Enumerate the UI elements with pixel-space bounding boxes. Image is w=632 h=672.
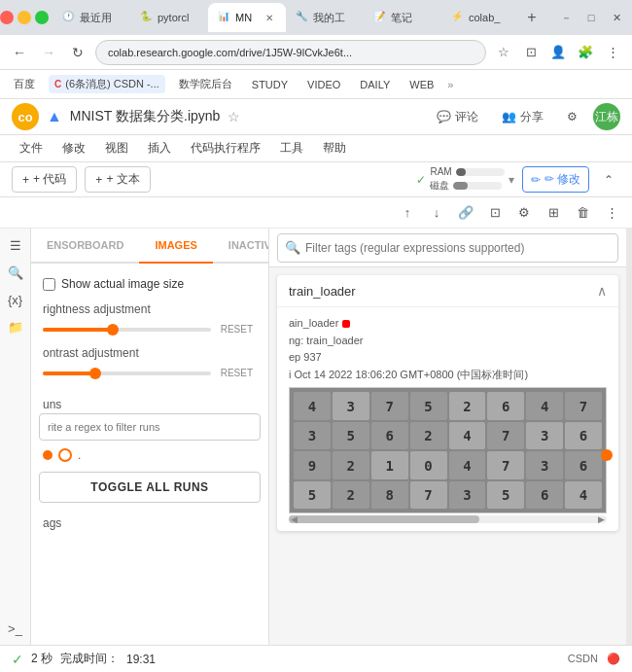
pencil-icon: ✏ (531, 173, 541, 187)
tab-mywork[interactable]: 🔧 我的工 (286, 3, 364, 32)
tab-mn[interactable]: 📊 MN ✕ (208, 3, 286, 32)
cell-output-button[interactable]: ⊞ (541, 200, 566, 226)
refresh-button[interactable]: ↻ (66, 41, 89, 64)
digit-cell: 6 (565, 422, 602, 450)
runs-filter-input[interactable] (39, 413, 261, 441)
tb-nav-images[interactable]: IMAGES (139, 229, 212, 264)
comment-button[interactable]: 💬 评论 (429, 105, 486, 129)
menu-file[interactable]: 文件 (12, 138, 51, 159)
brightness-slider[interactable] (43, 328, 211, 332)
scroll-right-arrow[interactable]: ▶ (598, 514, 605, 524)
sidebar-icon-search[interactable]: 🔍 (5, 262, 26, 283)
menu-help[interactable]: 帮助 (315, 138, 354, 159)
tab-recent-label: 最近用 (80, 11, 121, 25)
window-minimize-button[interactable] (18, 11, 31, 24)
mnist-image: 43752647356247369210473652873564 (289, 387, 607, 513)
notebook-title: MNIST 数据集分类.ipynb (70, 108, 221, 125)
filter-tags-input[interactable] (277, 233, 618, 263)
extensions-icon[interactable]: 🧩 (574, 41, 597, 64)
bookmark-video[interactable]: VIDEO (301, 77, 346, 92)
contrast-slider[interactable] (43, 371, 211, 375)
bookmark-study-label: STUDY (252, 79, 288, 90)
bookmark-math[interactable]: 数学院后台 (173, 75, 238, 93)
bookmark-csdn[interactable]: C (6条消息) CSDN -... (49, 75, 165, 93)
edit-button[interactable]: ✏ ✏ 修改 (522, 166, 589, 193)
image-orange-handle[interactable] (601, 449, 613, 461)
tb-nav-inactive[interactable]: INACTIVE (213, 229, 269, 264)
menu-tools[interactable]: 工具 (272, 138, 311, 159)
image-scrollbar[interactable]: ◀ ▶ (289, 515, 607, 523)
bookmark-baidu[interactable]: 百度 (8, 75, 41, 93)
add-text-button[interactable]: + + 文本 (85, 166, 150, 193)
show-actual-size-checkbox[interactable] (43, 278, 55, 291)
tab-mn-close-button[interactable]: ✕ (263, 11, 276, 24)
forward-button[interactable]: → (37, 41, 60, 64)
browser-tabs-bar: 🕐 最近用 🐍 pytorcl 📊 MN ✕ 🔧 我的工 📝 笔记 ⚡ cola… (0, 0, 632, 35)
ram-area: ✓ RAM 磁盘 ▾ (416, 166, 513, 193)
window-min-button[interactable]: － (554, 6, 578, 29)
digit-cell: 4 (526, 392, 563, 420)
tb-main-toolbar: 🔍 (269, 229, 626, 267)
contrast-thumb[interactable] (89, 368, 101, 379)
tab-colab[interactable]: ⚡ colab_ (441, 3, 519, 32)
notebook-header: co ▲ MNIST 数据集分类.ipynb ☆ 💬 评论 👥 分享 ⚙ 江栋 (0, 99, 632, 135)
cell-copy-button[interactable]: ⊡ (482, 200, 508, 226)
collapse-sidebar-button[interactable]: ⌃ (597, 168, 620, 192)
status-right-label: CSDN (568, 653, 598, 664)
add-code-button[interactable]: + + 代码 (12, 166, 77, 193)
toggle-all-runs-button[interactable]: TOGGLE ALL RUNS (39, 472, 261, 503)
bookmark-csdn-favicon: C (54, 79, 61, 89)
resize-handle[interactable] (626, 229, 632, 645)
address-input[interactable] (95, 40, 486, 65)
window-restore-button[interactable]: □ (579, 6, 603, 29)
cast-icon[interactable]: ⊡ (519, 41, 543, 64)
settings-button[interactable]: ⚙ (559, 106, 585, 127)
sidebar-icon-code[interactable]: {x} (5, 289, 26, 310)
share-button[interactable]: 👥 分享 (494, 105, 551, 129)
user-avatar[interactable]: 江栋 (593, 103, 620, 130)
cell-more-button[interactable]: ⋮ (599, 200, 624, 226)
back-button[interactable]: ← (8, 41, 31, 64)
cell-up-button[interactable]: ↑ (395, 200, 420, 226)
menu-edit[interactable]: 修改 (54, 138, 93, 159)
bookmark-daily-label: DAILY (360, 79, 390, 90)
bookmark-icon[interactable]: ☆ (492, 41, 515, 64)
card-chevron-icon[interactable]: ∧ (597, 283, 607, 299)
bookmark-study[interactable]: STUDY (246, 77, 294, 92)
window-maximize-button[interactable] (35, 11, 49, 24)
scroll-left-arrow[interactable]: ◀ (291, 514, 298, 524)
menu-icon[interactable]: ⋮ (601, 41, 624, 64)
brightness-reset-button[interactable]: RESET (217, 322, 257, 336)
tab-recent[interactable]: 🕐 最近用 (53, 3, 130, 32)
contrast-reset-button[interactable]: RESET (217, 366, 257, 380)
sidebar-icon-menu[interactable]: ☰ (5, 234, 26, 256)
window-x-button[interactable]: ✕ (605, 6, 628, 29)
digit-cell: 1 (371, 451, 408, 479)
sidebar-icon-files[interactable]: 📁 (5, 316, 26, 337)
cell-settings-button[interactable]: ⚙ (511, 200, 537, 226)
ram-bar (456, 168, 505, 176)
cell-down-button[interactable]: ↓ (424, 200, 449, 226)
menu-view[interactable]: 视图 (97, 138, 136, 159)
notebook-star-icon[interactable]: ☆ (228, 109, 240, 124)
cell-delete-button[interactable]: 🗑 (570, 200, 595, 226)
profile-icon[interactable]: 👤 (546, 41, 570, 64)
page-wrapper: 🕐 最近用 🐍 pytorcl 📊 MN ✕ 🔧 我的工 📝 笔记 ⚡ cola… (0, 0, 632, 672)
digit-cell: 7 (487, 422, 524, 450)
tab-notes[interactable]: 📝 笔记 (364, 3, 441, 32)
bookmark-web[interactable]: WEB (404, 77, 439, 92)
brightness-thumb[interactable] (107, 324, 119, 336)
tab-colab-label: colab_ (469, 12, 509, 23)
bookmark-daily[interactable]: DAILY (354, 77, 396, 92)
bookmarks-more[interactable]: » (447, 79, 453, 90)
tb-nav-dashboard[interactable]: ensorBoard (31, 229, 139, 264)
sidebar-icon-terminal[interactable]: >_ (5, 618, 26, 639)
menu-runtime[interactable]: 代码执行程序 (183, 138, 268, 159)
digit-cell: 6 (526, 481, 563, 510)
new-tab-button[interactable]: + (519, 5, 544, 30)
ram-expand-icon[interactable]: ▾ (509, 173, 514, 187)
tab-pytorch[interactable]: 🐍 pytorcl (130, 3, 208, 32)
menu-insert[interactable]: 插入 (140, 138, 179, 159)
cell-link-button[interactable]: 🔗 (453, 200, 478, 226)
window-close-button[interactable] (0, 11, 14, 24)
